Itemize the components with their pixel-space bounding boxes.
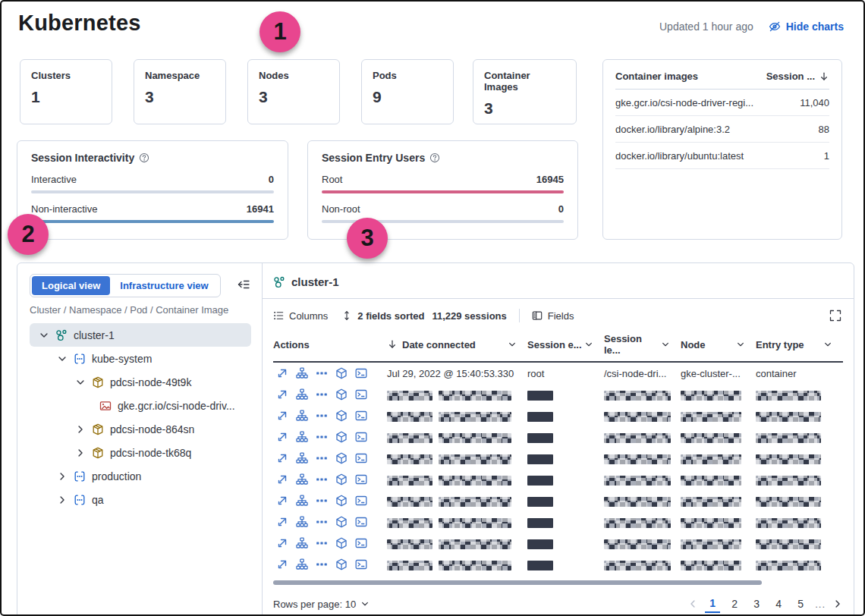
session-row-redacted[interactable] (273, 533, 843, 554)
tree-item-kube-system[interactable]: kube-system (30, 347, 251, 370)
column-header-node[interactable]: Node (681, 339, 756, 350)
open-terminal-icon[interactable] (355, 558, 367, 570)
chevron-right-icon[interactable] (57, 495, 68, 505)
session-row-redacted[interactable] (273, 405, 843, 426)
session-row-redacted[interactable] (273, 384, 843, 405)
expand-session-icon[interactable] (276, 452, 288, 464)
expand-session-icon[interactable] (276, 516, 288, 528)
session-row-redacted[interactable] (273, 554, 843, 575)
more-actions-icon[interactable] (316, 452, 328, 464)
columns-button[interactable]: Columns (273, 310, 328, 322)
open-terminal-icon[interactable] (355, 495, 367, 507)
open-terminal-icon[interactable] (355, 537, 367, 549)
session-row-redacted[interactable] (273, 469, 843, 490)
expand-session-icon[interactable] (276, 367, 288, 379)
open-terminal-icon[interactable] (355, 452, 367, 464)
analyze-event-tree-icon[interactable] (296, 367, 308, 379)
expand-session-icon[interactable] (276, 473, 288, 486)
analyze-event-tree-icon[interactable] (296, 431, 308, 443)
chevron-right-icon[interactable] (57, 471, 68, 482)
chevron-down-icon[interactable] (57, 354, 68, 364)
chevron-down-icon[interactable] (39, 330, 49, 341)
more-actions-icon[interactable] (316, 516, 328, 528)
open-terminal-icon[interactable] (355, 367, 367, 379)
expand-session-icon[interactable] (276, 431, 288, 443)
tree-item-cluster-1[interactable]: cluster-1 (30, 323, 251, 347)
tree-item-pdcsi-node-49t9k[interactable]: pdcsi-node-49t9k (30, 370, 251, 394)
page-button-3[interactable]: 3 (749, 595, 764, 613)
session-cube-icon[interactable] (335, 410, 348, 422)
analyze-event-tree-icon[interactable] (296, 473, 308, 486)
analyze-event-tree-icon[interactable] (296, 495, 308, 507)
more-actions-icon[interactable] (316, 388, 328, 401)
session-cube-icon[interactable] (335, 558, 348, 570)
analyze-event-tree-icon[interactable] (296, 388, 308, 401)
chevron-down-icon[interactable] (508, 340, 517, 349)
session-row[interactable]: Jul 29, 2022 @ 15:40:53.330 root /csi-no… (273, 363, 843, 384)
fields-button[interactable]: Fields (532, 310, 574, 322)
analyze-event-tree-icon[interactable] (296, 558, 308, 570)
more-actions-icon[interactable] (316, 367, 328, 379)
chevron-down-icon[interactable] (584, 340, 593, 349)
page-button-2[interactable]: 2 (727, 595, 742, 613)
container-image-row[interactable]: gke.gcr.io/csi-node-driver-regi... 11,04… (615, 90, 829, 116)
expand-session-icon[interactable] (276, 537, 288, 549)
logical-view-button[interactable]: Logical view (32, 276, 110, 295)
session-cube-icon[interactable] (335, 367, 348, 379)
chevron-right-icon[interactable] (75, 448, 86, 458)
container-image-row[interactable]: docker.io/library/alpine:3.2 88 (615, 116, 829, 143)
more-actions-icon[interactable] (316, 495, 328, 507)
analyze-event-tree-icon[interactable] (296, 452, 308, 464)
session-cube-icon[interactable] (335, 537, 348, 549)
hide-charts-button[interactable]: Hide charts (769, 20, 844, 33)
more-actions-icon[interactable] (316, 410, 328, 422)
column-header-entry-type[interactable]: Entry type (756, 339, 843, 350)
session-row-redacted[interactable] (273, 426, 843, 448)
open-terminal-icon[interactable] (355, 388, 367, 401)
infrastructure-view-button[interactable]: Infrastructure view (110, 276, 218, 295)
page-button-4[interactable]: 4 (771, 595, 786, 613)
page-button-1[interactable]: 1 (705, 595, 720, 613)
expand-session-icon[interactable] (276, 558, 288, 570)
more-actions-icon[interactable] (316, 537, 328, 549)
expand-session-icon[interactable] (276, 495, 288, 507)
tree-item-container-image[interactable]: gke.gcr.io/csi-node-driv... (30, 394, 251, 417)
previous-page-icon[interactable] (687, 599, 698, 609)
sessions-sort-header[interactable]: Session ... (766, 71, 829, 82)
scrollbar-thumb[interactable] (273, 580, 762, 585)
next-page-icon[interactable] (832, 599, 843, 609)
session-row-redacted[interactable] (273, 448, 843, 469)
session-cube-icon[interactable] (335, 495, 348, 507)
tree-item-qa[interactable]: qa (30, 488, 251, 511)
chevron-right-icon[interactable] (75, 424, 86, 435)
more-actions-icon[interactable] (316, 473, 328, 486)
analyze-event-tree-icon[interactable] (296, 516, 308, 528)
open-terminal-icon[interactable] (355, 410, 367, 422)
session-cube-icon[interactable] (335, 431, 348, 443)
rows-per-page-dropdown[interactable]: Rows per page: 10 (273, 599, 370, 610)
tree-item-pdcsi-node-tk68q[interactable]: pdcsi-node-tk68q (30, 441, 251, 464)
analyze-event-tree-icon[interactable] (296, 410, 308, 422)
fullscreen-icon[interactable] (829, 310, 841, 322)
help-icon[interactable] (429, 152, 440, 163)
expand-session-icon[interactable] (276, 410, 288, 422)
tree-item-production[interactable]: production (30, 464, 251, 488)
session-row-redacted[interactable] (273, 511, 843, 533)
more-actions-icon[interactable] (316, 431, 328, 443)
help-icon[interactable] (139, 152, 149, 163)
column-header-session-entry[interactable]: Session e... (527, 339, 604, 350)
analyze-event-tree-icon[interactable] (296, 537, 308, 549)
container-image-row[interactable]: docker.io/library/ubuntu:latest 1 (615, 143, 829, 169)
column-header-date-connected[interactable]: Date connected (387, 339, 527, 350)
expand-session-icon[interactable] (276, 388, 288, 401)
open-terminal-icon[interactable] (355, 516, 367, 528)
session-cube-icon[interactable] (335, 473, 348, 486)
chevron-down-icon[interactable] (661, 340, 670, 349)
session-cube-icon[interactable] (335, 516, 348, 528)
open-terminal-icon[interactable] (355, 431, 367, 443)
open-terminal-icon[interactable] (355, 473, 367, 486)
session-cube-icon[interactable] (335, 452, 348, 464)
collapse-panel-icon[interactable] (237, 278, 250, 291)
session-row-redacted[interactable] (273, 490, 843, 511)
tree-item-pdcsi-node-864sn[interactable]: pdcsi-node-864sn (30, 417, 251, 441)
